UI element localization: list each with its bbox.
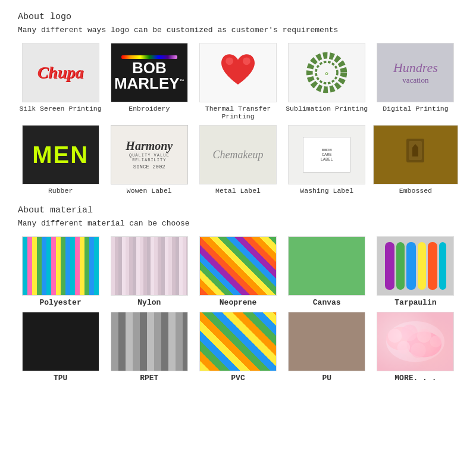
item-label-silk: Silk Sereen Printing — [20, 105, 102, 112]
item-label-tpu: TPU — [54, 374, 67, 383]
item-label-thermal: Thermal Transfer Printing — [195, 105, 280, 120]
wreath-svg: ✿ — [300, 46, 353, 99]
svg-point-15 — [397, 341, 411, 354]
tarpaulin-image — [377, 236, 454, 296]
more-image — [377, 312, 454, 371]
list-item: PVC — [195, 312, 280, 383]
item-label-metal: Metal Label — [215, 187, 261, 195]
more-svg — [377, 312, 453, 371]
hundres-image: Hundres vacation — [377, 43, 454, 102]
svg-rect-7 — [414, 152, 417, 156]
item-label-tarpaulin: Tarpaulin — [394, 298, 436, 307]
svg-text:✿: ✿ — [325, 71, 328, 77]
svg-point-0 — [226, 57, 233, 65]
list-item: Thermal Transfer Printing — [195, 43, 280, 120]
item-label-pu: PU — [322, 374, 331, 383]
harmony-sub: QUALITY VALUE RELIABILITY — [116, 153, 183, 162]
nylon-image — [111, 236, 188, 296]
logo-section: About logo Many different ways logo can … — [18, 12, 458, 195]
logo-section-title: About logo — [18, 12, 458, 22]
neoprene-image — [199, 236, 277, 296]
item-label-rubber: Rubber — [48, 187, 73, 195]
logo-row-1: Chupa Silk Sereen Printing BOB MARLEY™ E… — [18, 43, 458, 120]
list-item: Nylon — [107, 236, 192, 307]
list-item: MORE. . . — [373, 312, 458, 383]
pvc-image — [199, 312, 277, 371]
item-label-embroidery: Enbroidery — [129, 105, 170, 112]
washing-text: ⊠⊠⊡⊡CARELABEL — [321, 148, 333, 162]
men-image: MEN — [22, 125, 99, 184]
list-item: Harmony QUALITY VALUE RELIABILITY SINCE … — [107, 125, 192, 195]
heart-svg — [214, 49, 262, 96]
chemakeup-logo: Chemakeup — [212, 149, 263, 161]
item-label-rpet: RPET — [140, 374, 158, 383]
svg-point-8 — [386, 321, 444, 362]
item-label-sublimation: Sublimation Printing — [286, 105, 368, 112]
washing-image: ⊠⊠⊡⊡CARELABEL — [288, 125, 365, 184]
washing-logo: ⊠⊠⊡⊡CARELABEL — [303, 137, 350, 173]
item-label-woven: Wowen Label — [127, 187, 172, 195]
harmony-logo: Harmony QUALITY VALUE RELIABILITY SINCE … — [111, 134, 187, 175]
item-label-digital: Digital Printing — [383, 105, 448, 112]
logo-section-subtitle: Many different ways logo can be customiz… — [18, 26, 458, 35]
embossed-image — [373, 125, 458, 184]
tpu-image — [22, 312, 99, 371]
list-item: Chemakeup Metal Label — [195, 125, 280, 195]
material-section: About material Many different material c… — [18, 205, 458, 383]
list-item: Chupa Silk Sereen Printing — [18, 43, 103, 120]
wreath-image: ✿ — [288, 43, 365, 102]
list-item: Hundres vacation Digital Printing — [373, 43, 458, 120]
item-label-more: MORE. . . — [394, 374, 436, 383]
marley-text: MARLEY™ — [114, 76, 184, 91]
canvas-image — [288, 236, 365, 296]
list-item: TPU — [18, 312, 103, 383]
svg-point-13 — [417, 328, 431, 343]
list-item: MEN Rubber — [18, 125, 103, 195]
svg-point-9 — [386, 327, 415, 350]
svg-point-14 — [430, 336, 442, 347]
embossed-logo — [400, 136, 430, 174]
item-label-washing: Washing Label — [300, 187, 353, 195]
harmony-image: Harmony QUALITY VALUE RELIABILITY SINCE … — [111, 125, 188, 184]
item-label-polyester: Polyester — [39, 298, 81, 307]
item-label-pvc: PVC — [231, 374, 245, 383]
hundres-logo: Hundres vacation — [393, 60, 438, 85]
polyester-image — [22, 236, 99, 296]
bob-text: BOB — [114, 60, 184, 76]
svg-point-10 — [407, 331, 442, 357]
embossed-svg — [400, 136, 430, 171]
tarpaulin-rolls — [385, 239, 446, 293]
item-label-neoprene: Neoprene — [220, 298, 256, 307]
bobmarley-logo: BOB MARLEY™ — [111, 51, 188, 95]
svg-point-11 — [388, 328, 402, 343]
item-label-embossed: Embossed — [399, 187, 432, 195]
bobmarley-image: BOB MARLEY™ — [111, 43, 188, 102]
list-item: ✿ Sublimation Printing — [284, 43, 369, 120]
harmony-since: SINCE 2002 — [116, 164, 183, 170]
list-item: ⊠⊠⊡⊡CARELABEL Washing Label — [284, 125, 369, 195]
item-label-nylon: Nylon — [137, 298, 161, 307]
material-row-1: Polyester Nylon Neoprene Canvas — [18, 236, 458, 307]
material-section-title: About material — [18, 205, 458, 215]
list-item: RPET — [107, 312, 192, 383]
chupa-logo: Chupa — [37, 63, 84, 82]
list-item: PU — [284, 312, 369, 383]
svg-point-16 — [411, 343, 426, 358]
chupa-image: Chupa — [22, 43, 99, 102]
material-row-2: TPU RPET PVC PU — [18, 312, 458, 383]
list-item: BOB MARLEY™ Enbroidery — [107, 43, 192, 120]
material-section-subtitle: Many different material can be choose — [18, 219, 458, 228]
rpet-image — [111, 312, 188, 371]
list-item: Neoprene — [195, 236, 280, 307]
pu-image — [288, 312, 365, 371]
list-item: Embossed — [373, 125, 458, 195]
list-item: Canvas — [284, 236, 369, 307]
item-label-canvas: Canvas — [313, 298, 341, 307]
logo-row-2: MEN Rubber Harmony QUALITY VALUE RELIABI… — [18, 125, 458, 195]
svg-point-1 — [243, 57, 250, 65]
harmony-title: Harmony — [116, 139, 183, 153]
chemakeup-image: Chemakeup — [199, 125, 277, 184]
list-item: Tarpaulin — [373, 236, 458, 307]
svg-point-12 — [402, 325, 418, 341]
cherry-image — [199, 43, 277, 102]
